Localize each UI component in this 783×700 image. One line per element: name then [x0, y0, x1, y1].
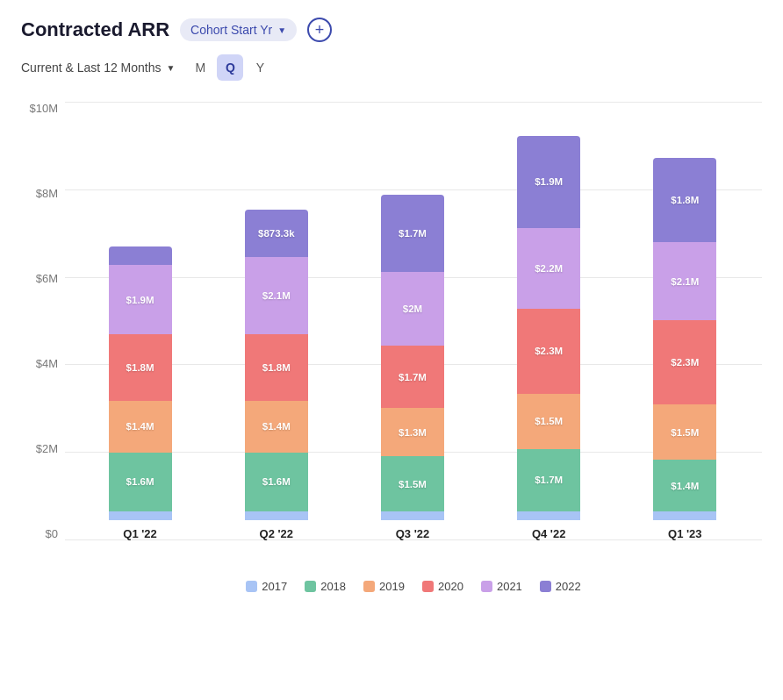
bar-segment-2017	[245, 511, 308, 520]
bar-segment-2018: $1.5M	[381, 456, 444, 511]
legend-color-dot	[246, 581, 257, 592]
filter-label: Cohort Start Yr	[190, 23, 272, 37]
bar-x-label: Q4 '22	[532, 527, 566, 540]
bar-segment-2020: $1.8M	[109, 334, 172, 401]
bar-segment-2021: $2.1M	[245, 257, 308, 334]
bar-segment-2020: $1.7M	[381, 346, 444, 408]
legend-color-dot	[305, 581, 316, 592]
legend-item-2018: 2018	[305, 580, 346, 593]
bar-group: $1.4M$1.5M$2.3M$2.1M$1.8MQ1 '23	[636, 158, 733, 540]
bar-segment-2019: $1.5M	[517, 394, 580, 449]
bar-group: $1.7M$1.5M$2.3M$2.2M$1.9MQ4 '22	[500, 136, 597, 540]
bar-segment-2022	[109, 246, 172, 265]
bar-segment-2020: $2.3M	[653, 320, 716, 405]
legend-year-label: 2018	[320, 580, 346, 593]
period-dropdown[interactable]: Current & Last 12 Months ▼	[21, 61, 175, 75]
bar-group: $1.5M$1.3M$1.7M$2M$1.7MQ3 '22	[364, 195, 461, 540]
bar-segment-2022: $1.9M	[517, 136, 580, 228]
bar-segment-2019: $1.4M	[245, 401, 308, 453]
bar-group: $1.6M$1.4M$1.8M$2.1M$873.3kQ2 '22	[228, 210, 325, 540]
bar-segment-2021: $2.1M	[653, 242, 716, 319]
chevron-down-icon: ▼	[167, 63, 176, 73]
chart-title: Contracted ARR	[21, 18, 169, 41]
plus-icon: +	[315, 21, 325, 39]
bar-x-label: Q2 '22	[260, 527, 294, 540]
chart-header: Contracted ARR Cohort Start Yr ▼ +	[21, 18, 762, 42]
bar-segment-2022: $873.3k	[245, 210, 308, 258]
bar-segment-2021: $2M	[381, 272, 444, 346]
legend-year-label: 2017	[262, 580, 287, 593]
bar-group: $1.6M$1.4M$1.8M$1.9MQ1 '22	[92, 246, 189, 540]
legend-year-label: 2022	[556, 580, 581, 593]
legend-item-2022: 2022	[540, 580, 581, 593]
bar-segment-2017	[517, 511, 580, 520]
bar-segment-2018: $1.6M	[245, 453, 308, 511]
bar-segment-2020: $1.8M	[245, 334, 308, 401]
cohort-filter-pill[interactable]: Cohort Start Yr ▼	[180, 18, 297, 41]
bar-segment-2022: $1.7M	[381, 195, 444, 272]
stacked-bar: $1.7M$1.5M$2.3M$2.2M$1.9M	[517, 136, 580, 520]
period-label-text: Current & Last 12 Months	[21, 61, 162, 75]
tab-quarterly[interactable]: Q	[217, 54, 243, 81]
subheader: Current & Last 12 Months ▼ M Q Y	[21, 54, 762, 81]
legend-item-2021: 2021	[481, 580, 522, 593]
bar-segment-2017	[109, 511, 172, 520]
bar-segment-2018: $1.6M	[109, 453, 172, 511]
bar-segment-2017	[381, 511, 444, 520]
bar-x-label: Q1 '23	[668, 527, 702, 540]
legend-color-dot	[540, 581, 551, 592]
add-filter-button[interactable]: +	[307, 18, 332, 42]
legend-year-label: 2019	[379, 580, 405, 593]
legend-color-dot	[481, 581, 492, 592]
bar-segment-2017	[653, 511, 716, 520]
y-label-10m: $10M	[21, 102, 65, 115]
stacked-bar: $1.6M$1.4M$1.8M$2.1M$873.3k	[245, 210, 308, 520]
stacked-bar: $1.5M$1.3M$1.7M$2M$1.7M	[381, 195, 444, 520]
legend-color-dot	[363, 581, 375, 592]
y-axis: $10M $8M $6M $4M $2M $0	[21, 102, 65, 540]
bar-segment-2019: $1.5M	[653, 404, 716, 460]
legend-year-label: 2021	[497, 580, 522, 593]
period-tabs: M Q Y	[187, 54, 273, 81]
bar-segment-2018: $1.4M	[653, 460, 716, 511]
stacked-bar: $1.6M$1.4M$1.8M$1.9M	[109, 246, 172, 520]
y-label-2m: $2M	[21, 442, 65, 455]
tab-yearly[interactable]: Y	[247, 54, 273, 81]
bar-segment-2021: $1.9M	[109, 265, 172, 335]
y-label-0: $0	[21, 527, 65, 540]
chevron-down-icon: ▼	[277, 25, 286, 35]
legend-item-2020: 2020	[422, 580, 463, 593]
bar-segment-2018: $1.7M	[517, 449, 580, 511]
legend-item-2017: 2017	[246, 580, 287, 593]
bar-segment-2019: $1.4M	[109, 401, 172, 453]
y-label-6m: $6M	[21, 272, 65, 285]
tab-monthly[interactable]: M	[187, 54, 213, 81]
y-label-4m: $4M	[21, 357, 65, 370]
bar-x-label: Q3 '22	[396, 527, 430, 540]
chart-area: $10M $8M $6M $4M $2M $0 $1.6M$1.4M$1.8M$…	[21, 102, 762, 593]
legend-year-label: 2020	[438, 580, 463, 593]
bars-area: $1.6M$1.4M$1.8M$1.9MQ1 '22$1.6M$1.4M$1.8…	[72, 102, 753, 540]
legend: 201720182019202020212022	[65, 580, 762, 593]
bar-segment-2020: $2.3M	[517, 309, 580, 394]
stacked-bar: $1.4M$1.5M$2.3M$2.1M$1.8M	[653, 158, 716, 520]
bar-segment-2021: $2.2M	[517, 228, 580, 309]
bar-x-label: Q1 '22	[123, 527, 157, 540]
y-label-8m: $8M	[21, 187, 65, 200]
legend-color-dot	[422, 581, 434, 592]
legend-item-2019: 2019	[363, 580, 405, 593]
bar-segment-2019: $1.3M	[381, 408, 444, 456]
bar-segment-2022: $1.8M	[653, 158, 716, 243]
